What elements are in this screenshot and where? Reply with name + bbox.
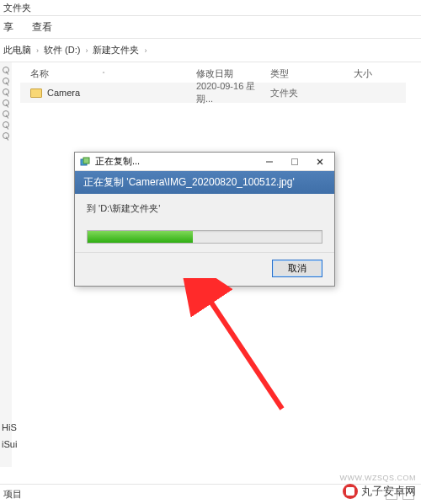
dialog-dest-prefix: 到 ' (87, 203, 100, 213)
window-title: 文件夹 (3, 2, 31, 14)
dialog-header-prefix: 正在复制 ' (83, 176, 129, 188)
pin-icon (3, 78, 9, 84)
chevron-right-icon: › (85, 46, 88, 55)
copy-dialog: 正在复制... 正在复制 'Camera\IMG_20200820_100512… (74, 152, 335, 287)
folder-icon (30, 88, 42, 98)
sidebar-bottom: HiS (0, 421, 20, 437)
dialog-header-suffix: ' (292, 176, 294, 188)
file-name: Camera (47, 88, 80, 98)
column-header-name[interactable]: 名称 ˄ (20, 67, 196, 80)
dialog-destination: 到 'D:\新建文件夹' (87, 202, 322, 215)
breadcrumb[interactable]: 此电脑 › 软件 (D:) › 新建文件夹 › (0, 39, 421, 62)
sidebar-bottom: iSui (0, 438, 20, 453)
watermark-logo-icon (343, 484, 358, 499)
window-titlebar: 文件夹 (0, 0, 421, 16)
dialog-header-path: Camera\IMG_20200820_100512.jpg (129, 176, 293, 188)
maximize-button[interactable] (282, 153, 307, 170)
pin-icon (3, 132, 9, 139)
column-header-name-label: 名称 (30, 68, 49, 78)
breadcrumb-item-folder[interactable]: 新建文件夹 (93, 44, 139, 56)
chevron-right-icon: › (144, 46, 147, 55)
column-header-date[interactable]: 修改日期 (196, 67, 270, 80)
sidebar-item[interactable]: HiS (0, 421, 20, 437)
watermark-text: 丸子安卓网 (361, 484, 416, 499)
column-header-type[interactable]: 类型 (270, 67, 354, 80)
pin-icon (3, 121, 9, 128)
list-item[interactable]: Camera 2020-09-16 星期... 文件夹 (20, 83, 406, 103)
column-header-size[interactable]: 大小 (354, 67, 404, 80)
chevron-right-icon: › (36, 46, 39, 55)
file-type: 文件夹 (270, 87, 354, 99)
menu-share[interactable]: 享 (3, 20, 13, 35)
menu-bar: 享 查看 (0, 16, 421, 39)
status-text: 项目 (3, 488, 22, 501)
copy-icon (80, 157, 90, 167)
pin-icon (3, 88, 9, 95)
close-button[interactable] (307, 153, 333, 170)
dialog-title: 正在复制... (95, 155, 257, 168)
pin-icon (3, 67, 9, 73)
menu-view[interactable]: 查看 (32, 20, 52, 35)
progress-bar (87, 230, 322, 244)
file-date: 2020-09-16 星期... (196, 80, 270, 105)
dialog-dest-suffix: ' (158, 203, 160, 213)
dialog-header: 正在复制 'Camera\IMG_20200820_100512.jpg' (75, 171, 334, 194)
breadcrumb-item-thispc[interactable]: 此电脑 (3, 44, 31, 56)
minimize-button[interactable] (257, 153, 282, 170)
pin-icon (3, 99, 9, 106)
pin-icon (3, 110, 9, 117)
svg-rect-3 (292, 158, 298, 164)
progress-fill (88, 231, 193, 243)
breadcrumb-item-drive[interactable]: 软件 (D:) (44, 44, 80, 56)
cancel-button[interactable]: 取消 (272, 260, 322, 277)
dialog-titlebar[interactable]: 正在复制... (75, 153, 334, 171)
quick-access-strip (0, 62, 12, 467)
dialog-dest-path: D:\新建文件夹 (100, 203, 158, 213)
sidebar-item[interactable]: iSui (0, 438, 20, 453)
sort-asc-icon: ˄ (102, 71, 105, 78)
svg-rect-1 (83, 158, 89, 164)
watermark-url: WWW.WZSQS.COM (340, 474, 416, 482)
watermark: 丸子安卓网 (343, 484, 416, 499)
